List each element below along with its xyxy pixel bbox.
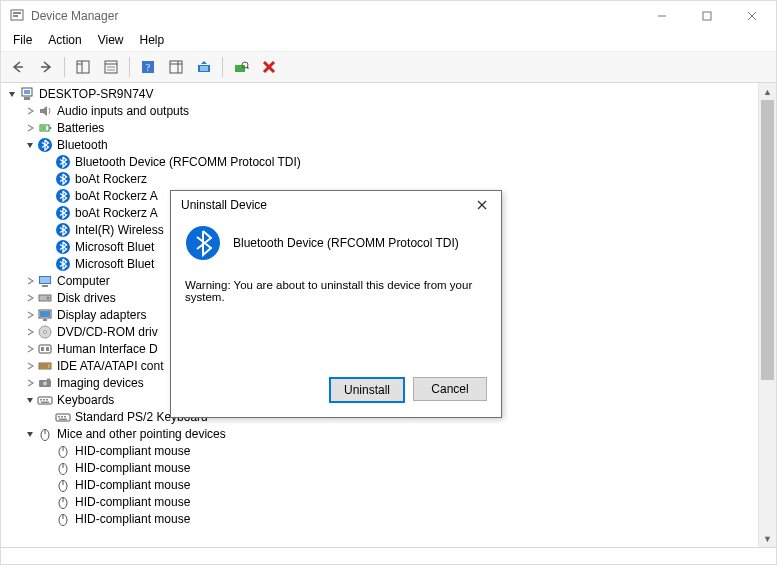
svg-rect-66 xyxy=(40,399,42,401)
tree-node-label: DVD/CD-ROM driv xyxy=(57,325,158,339)
tree-node-label: HID-compliant mouse xyxy=(75,461,190,475)
scroll-down-arrow-icon[interactable]: ▼ xyxy=(759,530,776,547)
bluetooth-icon xyxy=(55,239,71,255)
svg-rect-73 xyxy=(64,416,66,418)
tree-node[interactable]: HID-compliant mouse xyxy=(5,510,758,527)
svg-line-26 xyxy=(247,67,249,69)
expander-open-icon[interactable] xyxy=(5,85,19,102)
dialog-close-button[interactable] xyxy=(467,194,497,216)
tree-node[interactable]: DESKTOP-SR9N74V xyxy=(5,85,758,102)
update-driver-button[interactable] xyxy=(191,54,217,80)
show-hide-console-tree-button[interactable] xyxy=(70,54,96,80)
keyboard-icon xyxy=(37,392,53,408)
nav-forward-button[interactable] xyxy=(33,54,59,80)
svg-rect-4 xyxy=(703,12,711,20)
svg-rect-45 xyxy=(40,277,50,283)
menu-action[interactable]: Action xyxy=(40,31,89,51)
menubar: File Action View Help xyxy=(1,31,776,52)
expander-closed-icon[interactable] xyxy=(23,323,37,340)
expander-closed-icon[interactable] xyxy=(23,306,37,323)
maximize-button[interactable] xyxy=(684,1,729,31)
tree-node-label: boAt Rockerz A xyxy=(75,189,158,203)
tree-node-label: HID-compliant mouse xyxy=(75,444,190,458)
menu-file[interactable]: File xyxy=(5,31,40,51)
tree-node-label: HID-compliant mouse xyxy=(75,478,190,492)
uninstall-device-dialog: Uninstall Device Bluetooth Device (RFCOM… xyxy=(170,190,502,418)
tree-node-label: Human Interface D xyxy=(57,342,158,356)
tree-node[interactable]: Batteries xyxy=(5,119,758,136)
svg-rect-67 xyxy=(43,399,45,401)
tree-node-label: Bluetooth Device (RFCOMM Protocol TDI) xyxy=(75,155,301,169)
svg-rect-22 xyxy=(200,66,208,71)
menu-help[interactable]: Help xyxy=(132,31,173,51)
expander-open-icon[interactable] xyxy=(23,391,37,408)
action-pane-button[interactable] xyxy=(163,54,189,80)
computer-icon xyxy=(37,273,53,289)
minimize-button[interactable] xyxy=(639,1,684,31)
uninstall-device-button[interactable] xyxy=(256,54,282,80)
tree-node-label: Microsoft Bluet xyxy=(75,257,154,271)
help-button[interactable]: ? xyxy=(135,54,161,80)
expander-open-icon[interactable] xyxy=(23,425,37,442)
mouse-icon xyxy=(55,443,71,459)
svg-marker-23 xyxy=(201,61,207,64)
scroll-thumb[interactable] xyxy=(761,100,774,380)
tree-node[interactable]: Bluetooth Device (RFCOMM Protocol TDI) xyxy=(5,153,758,170)
expander-closed-icon[interactable] xyxy=(23,119,37,136)
nav-back-button[interactable] xyxy=(5,54,31,80)
tree-node-label: Imaging devices xyxy=(57,376,144,390)
bluetooth-icon xyxy=(55,205,71,221)
menu-view[interactable]: View xyxy=(90,31,132,51)
bluetooth-icon xyxy=(37,137,53,153)
tree-node[interactable]: HID-compliant mouse xyxy=(5,493,758,510)
svg-rect-35 xyxy=(41,126,46,130)
battery-icon xyxy=(37,120,53,136)
svg-rect-74 xyxy=(59,418,67,420)
properties-button[interactable] xyxy=(98,54,124,80)
expander-closed-icon[interactable] xyxy=(23,102,37,119)
svg-rect-51 xyxy=(43,319,47,321)
tree-node[interactable]: HID-compliant mouse xyxy=(5,476,758,493)
cancel-button[interactable]: Cancel xyxy=(413,377,487,401)
toolbar: ? xyxy=(1,52,776,83)
expander-closed-icon[interactable] xyxy=(23,272,37,289)
expander-open-icon[interactable] xyxy=(23,136,37,153)
dialog-title: Uninstall Device xyxy=(181,198,467,212)
expander-closed-icon[interactable] xyxy=(23,357,37,374)
expander-closed-icon[interactable] xyxy=(23,340,37,357)
expander-closed-icon[interactable] xyxy=(23,289,37,306)
tree-node-label: IDE ATA/ATAPI cont xyxy=(57,359,163,373)
svg-rect-72 xyxy=(61,416,63,418)
svg-rect-31 xyxy=(24,97,30,100)
window-controls xyxy=(639,1,774,31)
scan-hardware-button[interactable] xyxy=(228,54,254,80)
tree-node[interactable]: HID-compliant mouse xyxy=(5,459,758,476)
tree-node-label: Intel(R) Wireless xyxy=(75,223,164,237)
device-manager-icon xyxy=(9,8,25,24)
disk-icon xyxy=(37,290,53,306)
bluetooth-icon xyxy=(55,188,71,204)
svg-rect-50 xyxy=(40,311,50,317)
tree-node[interactable]: HID-compliant mouse xyxy=(5,442,758,459)
svg-point-53 xyxy=(44,330,47,333)
bluetooth-icon xyxy=(55,171,71,187)
tree-node-label: Display adapters xyxy=(57,308,146,322)
svg-rect-71 xyxy=(58,416,60,418)
close-button[interactable] xyxy=(729,1,774,31)
scroll-up-arrow-icon[interactable]: ▲ xyxy=(759,83,776,100)
svg-rect-18 xyxy=(170,61,182,73)
audio-icon xyxy=(37,103,53,119)
tree-node[interactable]: Audio inputs and outputs xyxy=(5,102,758,119)
toolbar-separator xyxy=(129,57,130,77)
svg-rect-24 xyxy=(235,65,245,72)
pc-root-icon xyxy=(19,86,35,102)
svg-rect-1 xyxy=(13,12,21,14)
uninstall-button[interactable]: Uninstall xyxy=(329,377,405,403)
vertical-scrollbar[interactable]: ▲ ▼ xyxy=(758,83,776,547)
tree-node[interactable]: boAt Rockerz xyxy=(5,170,758,187)
tree-node[interactable]: Mice and other pointing devices xyxy=(5,425,758,442)
svg-rect-34 xyxy=(50,127,52,129)
bluetooth-icon xyxy=(55,154,71,170)
expander-closed-icon[interactable] xyxy=(23,374,37,391)
tree-node[interactable]: Bluetooth xyxy=(5,136,758,153)
